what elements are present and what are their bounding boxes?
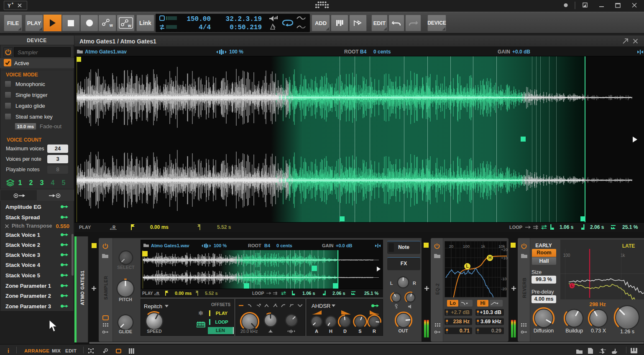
svg-text:L: L [571, 284, 573, 288]
